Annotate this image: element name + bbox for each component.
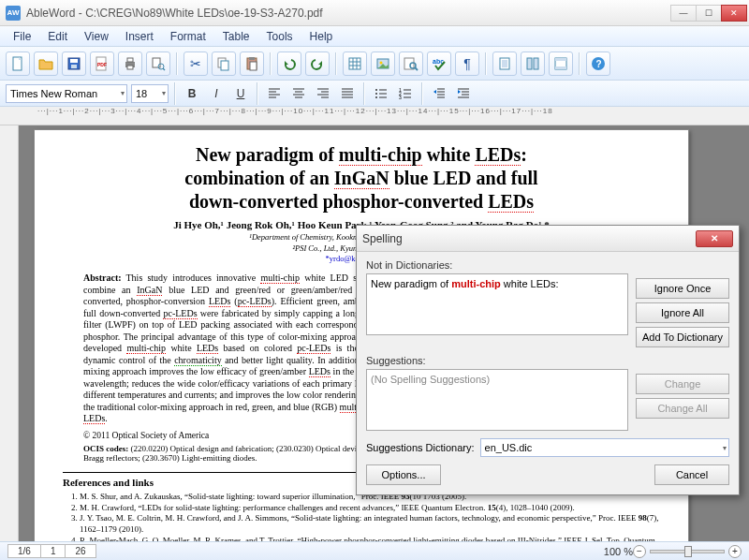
status-bar: 1/6 1 26 100 % − +: [0, 541, 749, 560]
ignore-all-button[interactable]: Ignore All: [636, 302, 729, 323]
new-icon[interactable]: [6, 52, 30, 76]
zoom-slider[interactable]: [650, 550, 725, 553]
svg-point-23: [380, 61, 383, 64]
find-icon[interactable]: [399, 52, 423, 76]
font-family-combo[interactable]: Times New Roman: [6, 84, 127, 103]
menu-edit[interactable]: Edit: [40, 27, 75, 46]
title-bar: AW AbleWord - C:\CREG\No89\White LEDs\oe…: [0, 0, 749, 26]
numbering-button[interactable]: 123: [395, 83, 416, 104]
paragraph-marks-icon[interactable]: ¶: [455, 52, 479, 76]
suggestions-box[interactable]: (No Spelling Suggestions): [366, 369, 628, 431]
svg-rect-15: [249, 57, 255, 60]
maximize-button[interactable]: ☐: [696, 5, 722, 22]
outdent-button[interactable]: [429, 83, 449, 104]
open-icon[interactable]: [34, 52, 58, 76]
menu-file[interactable]: File: [6, 27, 38, 46]
undo-icon[interactable]: [277, 52, 301, 76]
standard-toolbar: PDF ✂ abc ¶ ?: [0, 47, 749, 81]
sugg-dict-label: Suggestions Dictionary:: [366, 442, 475, 453]
font-size-combo[interactable]: 18: [131, 84, 169, 103]
svg-rect-30: [527, 58, 532, 69]
svg-rect-2: [70, 59, 78, 63]
horizontal-ruler[interactable]: ···|···1···|···2···|···3···|···4···|···5…: [0, 107, 749, 125]
print-preview-icon[interactable]: [146, 52, 170, 76]
svg-rect-17: [349, 58, 360, 69]
not-in-dict-box[interactable]: New paradigm of multi-chip white LEDs:: [366, 273, 628, 335]
options-button[interactable]: Options...: [366, 464, 441, 485]
page-setup-icon[interactable]: [492, 52, 517, 76]
copy-icon[interactable]: [212, 52, 236, 76]
minimize-button[interactable]: —: [670, 5, 697, 22]
svg-rect-33: [555, 58, 566, 61]
refs-list[interactable]: M. S. Shur, and A. Zukauskas, “Solid-sta…: [63, 492, 660, 541]
dialog-titlebar[interactable]: Spelling ✕: [357, 226, 739, 252]
align-center-button[interactable]: [288, 83, 309, 104]
menu-tools[interactable]: Tools: [259, 27, 301, 46]
menu-insert[interactable]: Insert: [118, 27, 161, 46]
sugg-dict-combo[interactable]: en_US.dic: [480, 438, 729, 457]
insert-image-icon[interactable]: [371, 52, 395, 76]
change-all-button: Change All: [636, 398, 729, 419]
change-button: Change: [636, 374, 729, 394]
status-tab[interactable]: 1: [40, 544, 66, 558]
underline-button[interactable]: U: [230, 83, 251, 104]
close-button[interactable]: ✕: [721, 5, 747, 22]
paste-icon[interactable]: [240, 52, 264, 76]
menu-view[interactable]: View: [77, 27, 116, 46]
doc-title[interactable]: New paradigm of multi-chip white LEDs:co…: [63, 143, 660, 214]
formatting-toolbar: Times New Roman 18 B I U 123: [0, 81, 749, 107]
zoom-thumb[interactable]: [684, 546, 692, 557]
print-icon[interactable]: [118, 52, 142, 76]
svg-rect-13: [221, 61, 228, 70]
add-to-dictionary-button[interactable]: Add To Dictionary: [636, 327, 729, 347]
svg-point-57: [375, 96, 377, 98]
align-left-button[interactable]: [264, 83, 285, 104]
pdf-icon[interactable]: PDF: [90, 52, 114, 76]
menu-table[interactable]: Table: [215, 27, 257, 46]
app-icon: AW: [6, 6, 21, 21]
svg-rect-8: [127, 66, 133, 69]
ref-item[interactable]: J. Y. Tsao, M. E. Coltrin, M. H. Crawfor…: [80, 513, 660, 535]
doc-abstract[interactable]: Abstract: This study introduces innovati…: [83, 273, 402, 425]
doc-ocis[interactable]: OCIS codes: (220.0220) Optical design an…: [83, 444, 402, 463]
svg-text:3: 3: [399, 95, 402, 100]
svg-line-11: [163, 68, 165, 70]
vertical-ruler[interactable]: [0, 125, 19, 541]
spelling-dialog: Spelling ✕ Not in Dictionaries: New para…: [356, 225, 740, 495]
columns-icon[interactable]: [521, 52, 545, 76]
redo-icon[interactable]: [305, 52, 330, 76]
window-title: AbleWord - C:\CREG\No89\White LEDs\oe-19…: [26, 7, 671, 20]
menu-format[interactable]: Format: [163, 27, 213, 46]
svg-rect-29: [502, 60, 507, 67]
svg-rect-7: [127, 58, 133, 62]
suggestions-label: Suggestions:: [366, 355, 628, 366]
svg-point-53: [375, 89, 377, 91]
align-right-button[interactable]: [313, 83, 333, 104]
svg-text:?: ?: [596, 59, 602, 69]
help-icon[interactable]: ?: [586, 52, 610, 76]
bold-button[interactable]: B: [182, 83, 202, 104]
menu-help[interactable]: Help: [302, 27, 341, 46]
save-icon[interactable]: [62, 52, 86, 76]
header-footer-icon[interactable]: [549, 52, 573, 76]
svg-point-55: [375, 93, 377, 95]
menu-bar: File Edit View Insert Format Table Tools…: [0, 26, 749, 47]
align-justify-button[interactable]: [337, 83, 358, 104]
ignore-once-button[interactable]: Ignore Once: [636, 278, 729, 299]
ref-item[interactable]: M. H. Crawford, “LEDs for solid-state li…: [80, 503, 660, 514]
cut-icon[interactable]: ✂: [184, 52, 208, 76]
dialog-title-text: Spelling: [362, 232, 696, 245]
page-indicator[interactable]: 1/6: [7, 544, 41, 558]
dialog-close-button[interactable]: ✕: [696, 230, 733, 247]
italic-button[interactable]: I: [206, 83, 227, 104]
spellcheck-icon[interactable]: abc: [427, 52, 451, 76]
zoom-in-button[interactable]: +: [728, 545, 742, 558]
cancel-button[interactable]: Cancel: [654, 464, 729, 485]
status-tab[interactable]: 26: [65, 544, 95, 558]
svg-rect-9: [153, 58, 160, 67]
svg-rect-16: [250, 62, 257, 70]
insert-table-icon[interactable]: [343, 52, 367, 76]
zoom-out-button[interactable]: −: [633, 545, 646, 558]
indent-button[interactable]: [453, 83, 474, 104]
bullets-button[interactable]: [371, 83, 391, 104]
